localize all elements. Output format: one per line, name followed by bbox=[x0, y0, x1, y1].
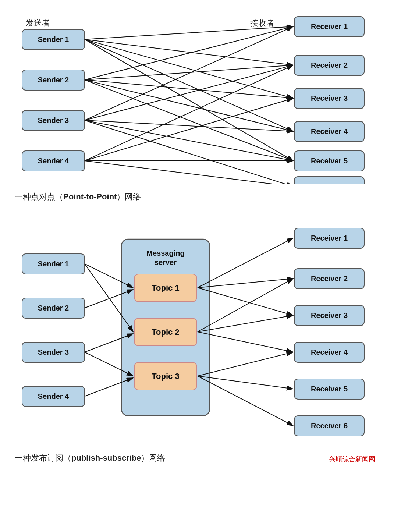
sender4-label: Sender 4 bbox=[38, 157, 69, 165]
p2p-caption: 一种点对点（Point-to-Point）网络 bbox=[15, 191, 386, 202]
ps-t3-r4-line bbox=[198, 352, 293, 376]
ps-sender2-label: Sender 2 bbox=[38, 304, 69, 312]
ps-t1-r3-line bbox=[198, 288, 293, 315]
sender3-label: Sender 3 bbox=[38, 116, 69, 124]
ps-t3-r5-line bbox=[198, 376, 293, 389]
pubsub-caption: 一种发布订阅（publish-subscribe）网络 bbox=[15, 453, 165, 464]
s1-r2-line bbox=[85, 39, 293, 65]
point-to-point-diagram: 发送者 接收者 Sender 1 Sender 2 Sender 3 Sende… bbox=[15, 7, 386, 202]
sender-label-1: 发送者 bbox=[26, 18, 50, 28]
ps-receiver2-label: Receiver 2 bbox=[311, 274, 348, 283]
s3-r5-line bbox=[85, 120, 293, 161]
receiver-label-1: 接收者 bbox=[250, 18, 274, 28]
receiver1-label: Receiver 1 bbox=[311, 22, 348, 31]
server-label-line2: server bbox=[155, 258, 177, 266]
ps-receiver3-label: Receiver 3 bbox=[311, 311, 348, 319]
watermark: 兴顺综合新闻网 bbox=[329, 455, 383, 464]
ps-sender3-label: Sender 3 bbox=[38, 348, 69, 356]
ps-t2-r4-line bbox=[198, 332, 293, 352]
s2-r4-line bbox=[85, 80, 293, 131]
receiver2-label: Receiver 2 bbox=[311, 61, 348, 69]
ps-sender1-label: Sender 1 bbox=[38, 260, 69, 268]
s1-r1-line bbox=[85, 26, 293, 39]
ps-receiver4-label: Receiver 4 bbox=[311, 348, 348, 356]
ps-t3-r6-line bbox=[198, 376, 293, 426]
sender2-label: Sender 2 bbox=[38, 76, 69, 84]
s2-r2-line bbox=[85, 65, 293, 80]
ps-receiver5-label: Receiver 5 bbox=[311, 385, 348, 393]
receiver6-label: Receiver 6 bbox=[311, 182, 348, 184]
topic1-label: Topic 1 bbox=[152, 283, 179, 292]
p2p-svg: 发送者 接收者 Sender 1 Sender 2 Sender 3 Sende… bbox=[15, 7, 386, 184]
ps-receiver6-label: Receiver 6 bbox=[311, 422, 348, 430]
pubsub-svg: Sender 1 Sender 2 Sender 3 Sender 4 Mess… bbox=[15, 217, 386, 445]
sender1-label: Sender 1 bbox=[38, 35, 69, 43]
pubsub-diagram: Sender 1 Sender 2 Sender 3 Sender 4 Mess… bbox=[15, 217, 386, 464]
server-label-line1: Messaging bbox=[146, 249, 184, 257]
s1-r5-line bbox=[85, 39, 293, 161]
topic2-label: Topic 2 bbox=[152, 327, 179, 337]
receiver5-label: Receiver 5 bbox=[311, 157, 348, 165]
ps-sender4-label: Sender 4 bbox=[38, 392, 69, 400]
receiver3-label: Receiver 3 bbox=[311, 94, 348, 102]
ps-receiver1-label: Receiver 1 bbox=[311, 234, 348, 242]
s4-r2-line bbox=[85, 65, 293, 161]
topic3-label: Topic 3 bbox=[152, 372, 179, 381]
s2-r5-line bbox=[85, 80, 293, 161]
s4-r6-line bbox=[85, 161, 293, 184]
receiver4-label: Receiver 4 bbox=[311, 127, 348, 135]
